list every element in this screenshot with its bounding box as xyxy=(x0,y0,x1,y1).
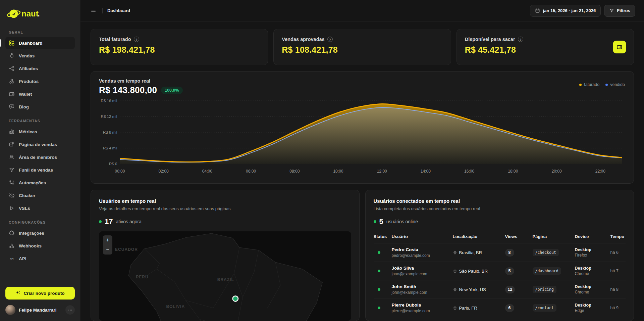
user-location: Brasília, BR xyxy=(453,250,505,255)
sidebar-item-automacoes[interactable]: Automações xyxy=(5,177,75,189)
map-marker[interactable] xyxy=(232,295,238,302)
dashboard-grid-icon xyxy=(9,40,15,46)
date-range-picker[interactable]: jan 15, 2026 - jan 21, 2026 xyxy=(530,5,601,17)
create-product-button[interactable]: Criar novo produto xyxy=(5,287,75,300)
chart-value: R$ 143.800,00 xyxy=(99,85,157,95)
sidebar-item-dashboard[interactable]: Dashboard xyxy=(5,37,75,49)
sidebar-toggle-button[interactable] xyxy=(89,6,98,15)
cubes-icon xyxy=(9,78,15,84)
withdraw-button[interactable] xyxy=(613,41,626,53)
column-header-localizacao: Localização xyxy=(453,234,505,239)
sidebar-item-blog[interactable]: Blog xyxy=(5,101,75,113)
svg-text:.: . xyxy=(38,9,40,18)
ellipsis-icon xyxy=(68,308,73,313)
sidebar-item-vendas[interactable]: Vendas xyxy=(5,50,75,62)
map-zoom-in-button[interactable]: + xyxy=(103,235,112,245)
status-online-dot xyxy=(378,288,380,291)
sidebar-item-area-de-membros[interactable]: Área de membros xyxy=(5,151,75,163)
page-chip: /contact xyxy=(533,304,556,312)
sidebar-item-api[interactable]: APIAPI xyxy=(5,253,75,265)
map-pin-icon xyxy=(453,306,457,310)
user-location: New York, US xyxy=(453,287,505,292)
sidebar-section-label: CONFIGURAÇÕES xyxy=(9,220,75,224)
map-zoom-out-button[interactable]: − xyxy=(103,245,112,255)
realtime-users-panel: Usuários em tempo real Veja os detalhes … xyxy=(91,190,360,321)
page-chip: /dashboard xyxy=(533,267,561,275)
date-range-label: jan 15, 2026 - jan 21, 2026 xyxy=(543,8,596,13)
sidebar-item-label: Webhooks xyxy=(19,243,42,248)
chart-legend: faturado vendido xyxy=(579,82,625,87)
sidebar-item-label: Vendas xyxy=(19,53,35,58)
device-browser: Chrome xyxy=(575,271,610,276)
panel-subtitle: Veja os detalhes em tempo real dos seus … xyxy=(99,206,351,211)
table-row: Pierre Duboispierre@example.comParis, FR… xyxy=(374,299,626,317)
sidebar-item-webhooks[interactable]: Webhooks xyxy=(5,240,75,252)
sidebar-item-label: Automações xyxy=(19,180,46,185)
connected-users-panel: Usuários conectados em tempo real Lista … xyxy=(365,190,634,321)
page-chip: /checkout xyxy=(533,249,559,256)
svg-text:02:00: 02:00 xyxy=(159,169,169,174)
bar-chart-icon xyxy=(9,129,15,135)
app-logo[interactable]: naut . xyxy=(5,5,75,24)
sidebar-item-label: Afiliados xyxy=(19,66,38,71)
sales-chart-canvas: R$ 0R$ 4 milR$ 8 milR$ 12 milR$ 16 mil00… xyxy=(99,98,626,179)
sidebar-item-pagina-de-vendas[interactable]: Página de vendas xyxy=(5,138,75,150)
sidebar-item-funil-de-vendas[interactable]: Funil de vendas xyxy=(5,164,75,176)
sidebar-item-label: Dashboard xyxy=(19,41,43,46)
svg-text:naut: naut xyxy=(21,9,39,18)
sales-area-chart[interactable]: R$ 0R$ 4 milR$ 8 milR$ 12 milR$ 16 mil00… xyxy=(99,98,626,180)
time-ago: há 8 xyxy=(610,287,626,292)
views-badge: 5 xyxy=(505,267,514,275)
help-icon[interactable]: ? xyxy=(518,37,523,42)
user-more-button[interactable] xyxy=(65,305,75,315)
svg-text:06:00: 06:00 xyxy=(246,169,256,174)
faturado-dot-icon xyxy=(579,84,582,86)
device-type: Desktop xyxy=(575,266,610,271)
map-pin-icon xyxy=(453,287,457,292)
table-row: John Smithjohn@example.comNew York, US12… xyxy=(374,280,626,299)
user-location: São Paulo, BR xyxy=(453,269,505,274)
sidebar-item-integracoes[interactable]: Integrações xyxy=(5,227,75,239)
sidebar-item-metricas[interactable]: Métricas xyxy=(5,126,75,138)
play-icon xyxy=(9,205,15,211)
user-menu[interactable]: Felipe Mandarrari xyxy=(5,305,75,315)
time-ago: há 7 xyxy=(610,269,626,273)
svg-text:14:00: 14:00 xyxy=(421,169,431,174)
sidebar-item-label: Produtos xyxy=(19,79,39,84)
stat-value: R$ 198.421,78 xyxy=(99,45,260,55)
bottom-row: Usuários em tempo real Veja os detalhes … xyxy=(91,190,634,321)
help-icon[interactable]: ? xyxy=(134,37,139,42)
sidebar-item-label: Integrações xyxy=(19,231,44,236)
sidebar-item-label: Cloaker xyxy=(19,193,36,198)
dashboard-content: Total faturado ? R$ 198.421,78 Vendas ap… xyxy=(80,21,644,321)
stat-card-disponivel-sacar: Disponível para sacar ? R$ 45.421,78 xyxy=(457,29,634,65)
sidebar-item-produtos[interactable]: Produtos xyxy=(5,75,75,87)
active-count: 17 xyxy=(105,217,113,226)
legend-item-vendido[interactable]: vendido xyxy=(605,82,625,87)
sidebar-item-label: VSLs xyxy=(19,206,30,211)
stat-label: Disponível para sacar xyxy=(465,37,515,42)
table-row: Maria SantosRio de Janeiro, BR3/produtos… xyxy=(374,317,626,321)
filters-button[interactable]: Filtros xyxy=(604,5,635,17)
svg-text:API: API xyxy=(10,258,14,260)
users-map[interactable]: + − xyxy=(99,231,351,321)
online-count-label: usuários online xyxy=(386,219,418,224)
user-name: Pierre Dubois xyxy=(392,303,453,308)
svg-text:20:00: 20:00 xyxy=(552,169,562,174)
page-chip: /pricing xyxy=(533,286,556,293)
legend-item-faturado[interactable]: faturado xyxy=(579,82,599,87)
online-dot-icon xyxy=(374,220,376,223)
users-table: StatusUsuárioLocalizaçãoViewsPáginaDevic… xyxy=(374,231,626,321)
sidebar-item-vsls[interactable]: VSLs xyxy=(5,202,75,214)
help-icon[interactable]: ? xyxy=(327,37,333,42)
column-header-views: Views xyxy=(505,234,533,239)
layout-icon xyxy=(9,141,15,147)
sidebar-item-cloaker[interactable]: Cloaker xyxy=(5,189,75,201)
sidebar-item-wallet[interactable]: Wallet xyxy=(5,88,75,100)
table-row: Pedro Costapedro@example.comBrasília, BR… xyxy=(374,243,626,262)
map-label-bolivia: BOLIVIA xyxy=(166,304,185,309)
status-online-dot xyxy=(378,251,380,254)
sidebar-item-label: Blog xyxy=(19,104,29,109)
views-badge: 12 xyxy=(505,286,515,293)
sidebar-item-afiliados[interactable]: Afiliados xyxy=(5,62,75,75)
